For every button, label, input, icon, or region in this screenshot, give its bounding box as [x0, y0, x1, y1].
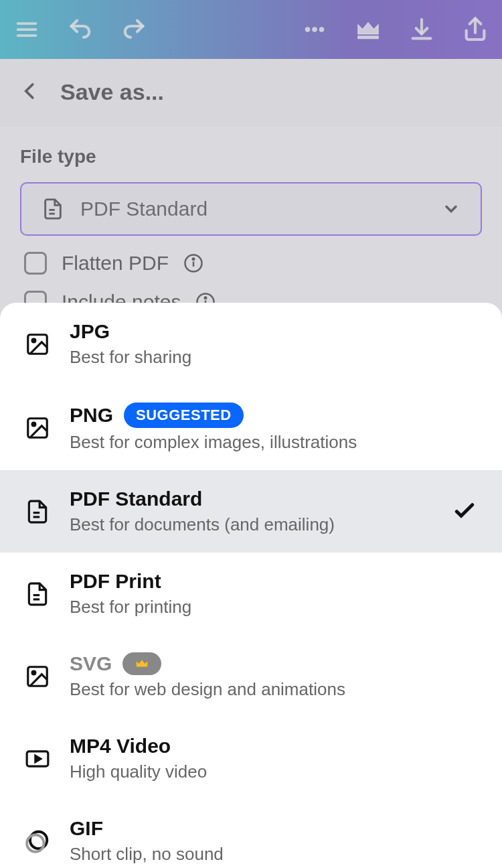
select-value: PDF Standard — [80, 198, 426, 220]
option-desc: High quality video — [70, 762, 478, 782]
image-icon — [24, 415, 51, 441]
crown-icon[interactable] — [355, 16, 382, 43]
svg-point-17 — [32, 423, 35, 426]
file-type-option[interactable]: PDF StandardBest for documents (and emai… — [0, 470, 502, 553]
svg-point-3 — [306, 27, 310, 31]
option-title: PDF Print — [70, 570, 161, 593]
file-type-option[interactable]: PDF PrintBest for printing — [0, 553, 502, 635]
option-desc: Best for web design and animations — [70, 679, 478, 700]
option-title: MP4 Video — [70, 735, 171, 757]
file-type-options-sheet: JPGBest for sharingPNGSUGGESTEDBest for … — [0, 303, 502, 868]
svg-point-4 — [313, 27, 317, 31]
file-type-option[interactable]: SVGBest for web design and animations — [0, 635, 502, 717]
panel-title: Save as... — [60, 79, 164, 105]
share-icon[interactable] — [462, 16, 489, 43]
option-title: GIF — [70, 817, 103, 840]
download-icon[interactable] — [408, 16, 435, 43]
doc-icon — [24, 581, 51, 607]
video-icon — [24, 745, 51, 772]
flatten-pdf-label: Flatten PDF — [62, 252, 169, 275]
file-type-option[interactable]: PNGSUGGESTEDBest for complex images, ill… — [0, 385, 502, 470]
image-icon — [24, 663, 51, 690]
document-icon — [41, 198, 64, 220]
option-desc: Best for sharing — [70, 347, 478, 368]
option-title: SVG — [70, 652, 112, 675]
flatten-pdf-row[interactable]: Flatten PDF — [20, 236, 482, 291]
svg-point-15 — [32, 339, 35, 342]
check-icon — [451, 497, 478, 526]
premium-badge — [122, 652, 161, 675]
option-desc: Best for complex images, illustrations — [70, 432, 478, 453]
undo-icon[interactable] — [67, 16, 94, 43]
redo-icon[interactable] — [120, 16, 147, 43]
file-type-option[interactable]: GIFShort clip, no sound — [0, 800, 502, 868]
file-type-option[interactable]: MP4 VideoHigh quality video — [0, 717, 502, 800]
more-icon[interactable] — [301, 16, 328, 43]
option-desc: Best for printing — [70, 597, 478, 618]
file-type-option[interactable]: JPGBest for sharing — [0, 303, 502, 385]
image-icon — [24, 331, 51, 358]
option-desc: Short clip, no sound — [70, 844, 478, 865]
svg-point-13 — [205, 297, 207, 299]
app-header — [0, 0, 502, 59]
svg-point-10 — [193, 259, 195, 261]
suggested-badge: SUGGESTED — [124, 403, 244, 428]
option-title: JPG — [70, 320, 110, 343]
doc-icon — [24, 498, 51, 525]
file-type-select[interactable]: PDF Standard — [20, 182, 482, 236]
checkbox[interactable] — [24, 252, 47, 275]
back-icon[interactable] — [20, 81, 40, 104]
option-desc: Best for documents (and emailing) — [70, 514, 432, 535]
option-title: PNG — [70, 404, 113, 427]
panel-header: Save as... — [0, 59, 502, 126]
chevron-down-icon — [442, 200, 461, 218]
option-title: PDF Standard — [70, 488, 202, 510]
info-icon[interactable] — [183, 253, 203, 273]
gif-icon — [24, 828, 51, 855]
menu-icon[interactable] — [13, 16, 40, 43]
svg-point-5 — [320, 27, 324, 31]
file-type-label: File type — [20, 146, 482, 167]
svg-point-23 — [32, 671, 35, 674]
